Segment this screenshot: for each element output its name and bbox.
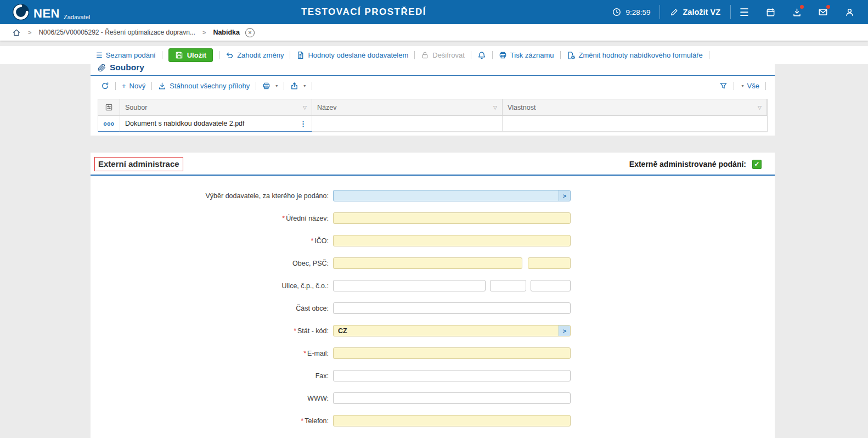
- save-label: Uložit: [187, 51, 206, 59]
- ico-input[interactable]: [333, 235, 571, 246]
- print-menu-button[interactable]: ▾: [258, 82, 281, 90]
- file-nazev-cell: [312, 116, 503, 132]
- column-label: Název: [317, 104, 336, 111]
- calendar-button[interactable]: [757, 0, 784, 24]
- discard-changes-label: Zahodit změny: [237, 51, 284, 59]
- header-actions: 9:28:59 Založit VZ ☰: [604, 0, 863, 24]
- view-all-dropdown[interactable]: ▾ Vše: [736, 82, 763, 90]
- supplier-values-button[interactable]: Hodnoty odeslané dodavatelem: [292, 51, 412, 59]
- file-vlastnost-cell: [503, 116, 767, 132]
- download-all-attachments-button[interactable]: Stáhnout všechny přílohy: [154, 82, 253, 90]
- download-icon: [158, 82, 166, 90]
- check-icon: ✓: [754, 160, 759, 168]
- divider: [765, 82, 766, 90]
- save-icon: [175, 51, 183, 59]
- stat-kod-picker[interactable]: CZ >: [333, 325, 571, 336]
- bell-icon: [477, 51, 486, 60]
- form-row: Obec, PSČ:: [91, 252, 775, 274]
- breadcrumb-procedure[interactable]: N006/25/V00005292 - Řešení optimalizace …: [38, 29, 195, 36]
- field-label: *Telefon:: [91, 417, 329, 425]
- brand[interactable]: NEN Zadavatel: [12, 3, 90, 21]
- messages-button[interactable]: [810, 0, 836, 24]
- gear-document-icon: [567, 51, 576, 60]
- field-label: Fax:: [91, 372, 329, 380]
- seznam-podani-button[interactable]: ☰ Seznam podání: [92, 51, 160, 59]
- files-table-header: Soubor ▽ Název ▽ Vlastnost ▽: [98, 99, 767, 116]
- envelope-icon: [818, 7, 828, 17]
- column-header-soubor[interactable]: Soubor ▽: [120, 99, 312, 116]
- divider: [151, 82, 152, 90]
- print-record-label: Tisk záznamu: [510, 51, 554, 59]
- decrypt-button[interactable]: Dešifrovat: [417, 51, 469, 59]
- uredni-nazev-input[interactable]: [333, 212, 571, 224]
- notifications-button[interactable]: [474, 51, 490, 60]
- row-actions-icon[interactable]: ooo: [104, 121, 115, 127]
- column-header-nazev[interactable]: Název ▽: [312, 99, 503, 116]
- close-tab-button[interactable]: ×: [245, 28, 255, 37]
- field-label: Výběr dodavatele, za kterého je podáno:: [91, 192, 329, 200]
- print-record-button[interactable]: Tisk záznamu: [495, 51, 558, 59]
- home-button[interactable]: [12, 28, 21, 37]
- telefon-input[interactable]: [333, 415, 571, 426]
- row-menu-icon[interactable]: ⋮: [300, 120, 307, 128]
- divider: [414, 51, 415, 59]
- vyber-dodavatele-picker[interactable]: >: [333, 190, 571, 201]
- profile-button[interactable]: [836, 0, 863, 24]
- row-actions-cell: ooo: [98, 116, 120, 132]
- ulice-input[interactable]: [333, 280, 486, 291]
- paperclip-icon: [98, 64, 106, 72]
- filter-button[interactable]: [715, 82, 731, 90]
- pencil-icon: [670, 8, 678, 16]
- form-row: Část obce:: [91, 297, 775, 319]
- export-menu-button[interactable]: ▾: [286, 82, 309, 90]
- seznam-podani-label: Seznam podání: [106, 51, 156, 59]
- filter-caret-icon[interactable]: ▽: [493, 105, 497, 110]
- co-input[interactable]: [531, 280, 571, 291]
- save-button[interactable]: Uložit: [168, 48, 213, 62]
- discard-changes-button[interactable]: Zahodit změny: [222, 51, 288, 59]
- cp-input[interactable]: [490, 280, 526, 291]
- fax-input[interactable]: [333, 370, 571, 381]
- change-form-values-label: Změnit hodnoty nabídkového formuláře: [579, 51, 703, 59]
- menu-button[interactable]: ☰: [731, 0, 757, 24]
- form-row: *Telefon:: [91, 409, 775, 432]
- email-input[interactable]: [333, 347, 571, 359]
- form-row: *Stát - kód: CZ >: [91, 319, 775, 342]
- new-file-button[interactable]: + Nový: [118, 82, 149, 90]
- field-label: Část obce:: [91, 305, 329, 312]
- change-form-values-button[interactable]: Změnit hodnoty nabídkového formuláře: [563, 51, 707, 60]
- field-label: *E-mail:: [91, 350, 329, 357]
- document-icon: [296, 51, 305, 59]
- www-input[interactable]: [333, 392, 571, 404]
- divider: [256, 82, 256, 90]
- column-header-vlastnost[interactable]: Vlastnost ▽: [503, 99, 767, 116]
- psc-input[interactable]: [528, 257, 571, 269]
- picker-chevron-icon[interactable]: >: [559, 325, 570, 336]
- section-title: Externí administrace: [94, 157, 183, 171]
- files-table: Soubor ▽ Název ▽ Vlastnost ▽ ooo Dokumen…: [98, 99, 768, 132]
- brand-name: NEN: [33, 7, 60, 21]
- picker-chevron-icon[interactable]: >: [559, 190, 570, 201]
- column-chooser-button[interactable]: [98, 99, 120, 116]
- external-admin-checkbox[interactable]: ✓: [752, 160, 762, 169]
- refresh-icon: [101, 82, 109, 90]
- divider: [115, 82, 116, 90]
- new-file-label: Nový: [129, 82, 146, 90]
- download-icon: [792, 8, 802, 17]
- filter-caret-icon[interactable]: ▽: [303, 105, 307, 110]
- external-admin-toggle: Externě administrované podání: ✓: [629, 160, 762, 169]
- form-row: Ulice, č.p., č.o.:: [91, 274, 775, 297]
- column-label: Vlastnost: [508, 104, 536, 111]
- divider: [312, 82, 312, 90]
- refresh-button[interactable]: [97, 82, 113, 90]
- required-asterisk: *: [301, 417, 303, 425]
- home-icon: [12, 28, 21, 37]
- cast-obce-input[interactable]: [333, 302, 571, 314]
- downloads-button[interactable]: [784, 0, 810, 24]
- file-row[interactable]: ooo Dokument s nabídkou dodavatele 2.pdf…: [98, 116, 767, 132]
- create-vz-button[interactable]: Založit VZ: [660, 8, 730, 16]
- share-icon: [290, 82, 298, 90]
- filter-caret-icon[interactable]: ▽: [758, 105, 762, 110]
- view-all-label: Vše: [747, 82, 759, 90]
- obec-input[interactable]: [333, 257, 522, 269]
